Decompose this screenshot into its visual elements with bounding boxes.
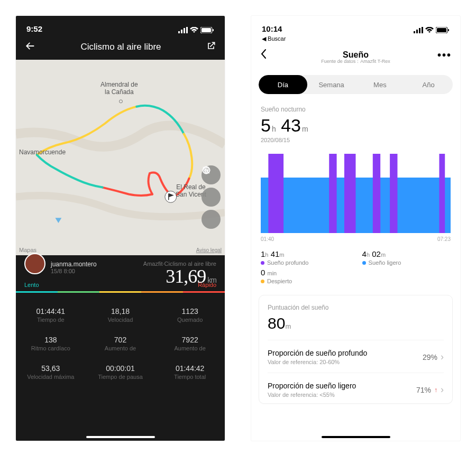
svg-rect-25 [390, 154, 397, 233]
stats-grid: 01:44:41Tiempo de 18,18Velocidad 1123Que… [16, 295, 225, 397]
map-attribution: Mapas [19, 247, 36, 253]
sleep-end-time: 07:23 [437, 236, 451, 242]
status-time: 10:14 [262, 24, 282, 33]
trend-up-icon: ↑ [434, 386, 437, 394]
back-to-app[interactable]: ◀ Buscar [251, 35, 460, 42]
svg-rect-18 [437, 28, 446, 32]
activity-date: 15/8 8:00 [51, 268, 97, 274]
segment-day[interactable]: Día [259, 75, 307, 94]
header: Ciclismo al aire libre [16, 34, 225, 60]
svg-rect-23 [344, 154, 356, 233]
back-button[interactable] [24, 40, 36, 54]
map-controls [202, 165, 221, 229]
stat-item: 53,63Velocidad máxima [16, 358, 86, 386]
status-time: 9:52 [26, 24, 42, 33]
signal-icon [414, 27, 423, 33]
svg-rect-2 [184, 28, 185, 33]
chevron-right-icon: › [441, 384, 444, 395]
score-value: 80m [268, 314, 444, 332]
ratio-light-row[interactable]: Proporción de sueño ligero Valor de refe… [268, 373, 444, 398]
speed-slow-label: Lento [24, 282, 39, 288]
map-place-label: Navamorcuende [19, 148, 66, 156]
segment-year[interactable]: Año [404, 75, 453, 94]
svg-rect-3 [186, 27, 188, 33]
sleep-score-card: Puntuación del sueño 80m Proporción de s… [259, 295, 453, 404]
status-bar: 9:52 [16, 16, 225, 34]
stat-item: 1123Quemado [155, 301, 225, 329]
speed-gradient [16, 291, 225, 295]
map-km-button[interactable] [202, 188, 221, 207]
stat-item: 01:44:41Tiempo de [16, 301, 86, 329]
page-title: Ciclismo al aire libre [80, 42, 161, 52]
home-indicator[interactable] [86, 436, 155, 438]
sleep-start-time: 01:40 [261, 236, 274, 242]
svg-rect-6 [213, 29, 214, 31]
sleep-chart[interactable] [261, 154, 451, 233]
svg-rect-22 [329, 154, 336, 233]
battery-icon [200, 27, 214, 33]
header: Sueño Fuente de datos：Amazfit T-Rex ••• [251, 42, 460, 68]
wifi-icon [190, 27, 198, 33]
status-icons [178, 27, 214, 33]
svg-rect-13 [414, 31, 415, 33]
svg-rect-21 [268, 154, 283, 233]
home-indicator[interactable] [322, 436, 390, 438]
time-range-segments: Día Semana Mes Año [259, 75, 453, 94]
svg-point-9 [165, 191, 177, 203]
svg-rect-1 [181, 30, 182, 33]
arrow-left-icon [24, 40, 36, 52]
segment-month[interactable]: Mes [356, 75, 405, 94]
ratio-deep-row[interactable]: Proporción de sueño profundo Valor de re… [268, 340, 444, 365]
dot-light-icon [362, 261, 366, 265]
sleep-legend: 1h 41m Sueño profundo 4h 02m Sueño liger… [251, 242, 460, 284]
stat-item: 7922Aumento de [155, 329, 225, 358]
stat-item: 18,18Velocidad [86, 301, 155, 329]
back-button[interactable] [260, 48, 267, 62]
stat-item: 00:00:01Tiempo de pausa [86, 358, 155, 386]
legend-deep: 1h 41m Sueño profundo [261, 249, 346, 266]
map-legal-link[interactable]: Aviso legal [196, 247, 222, 253]
map-visibility-button[interactable] [202, 210, 221, 229]
stat-item: 01:44:42Tiempo total [155, 358, 225, 386]
dot-awake-icon [261, 280, 264, 283]
svg-rect-0 [178, 31, 180, 33]
map-place-label: Almendral de la Cañada [100, 81, 138, 96]
night-sleep-date: 2020/08/15 [251, 136, 460, 143]
status-icons [414, 27, 450, 33]
username: juanma.montero [51, 261, 97, 268]
signal-icon [178, 27, 188, 33]
svg-rect-15 [419, 28, 420, 33]
svg-rect-19 [448, 29, 449, 31]
svg-rect-16 [422, 27, 423, 33]
speed-fast-label: Rápido [198, 282, 216, 288]
segment-week[interactable]: Semana [307, 75, 356, 94]
svg-rect-24 [373, 154, 380, 233]
stat-item: 702Aumento de [86, 329, 155, 358]
avatar[interactable] [24, 253, 45, 274]
legend-light: 4h 02m Sueño ligero [362, 249, 448, 266]
more-button[interactable]: ••• [437, 49, 452, 61]
stat-item: 138Ritmo cardíaco [16, 329, 86, 358]
data-source: Fuente de datos：Amazfit T-Rex [321, 58, 390, 65]
status-bar: 10:14 [251, 16, 460, 34]
chevron-left-icon [260, 49, 267, 59]
dot-deep-icon [261, 261, 264, 265]
share-button[interactable] [206, 41, 216, 54]
svg-rect-26 [439, 154, 445, 233]
night-sleep-value: 5h 43m [251, 113, 460, 136]
eye-icon [202, 165, 211, 175]
chevron-right-icon: › [441, 351, 444, 363]
svg-rect-14 [416, 30, 418, 33]
svg-rect-5 [202, 28, 211, 32]
share-icon [206, 41, 216, 51]
map[interactable]: Almendral de la Cañada Navamorcuende El … [16, 60, 225, 255]
battery-icon [436, 27, 450, 33]
sleep-screen: 10:14 ◀ Buscar Sueño Fuente de datos：Ama… [251, 16, 460, 441]
svg-point-12 [205, 169, 208, 172]
night-sleep-label: Sueño nocturno [251, 94, 460, 113]
activity-screen: 9:52 Ciclismo al aire libre [16, 16, 225, 441]
legend-awake: 0 min Despierto [261, 268, 346, 284]
sleep-chart-times: 01:40 07:23 [251, 235, 460, 242]
wifi-icon [425, 27, 434, 33]
score-label: Puntuación del sueño [268, 304, 444, 311]
